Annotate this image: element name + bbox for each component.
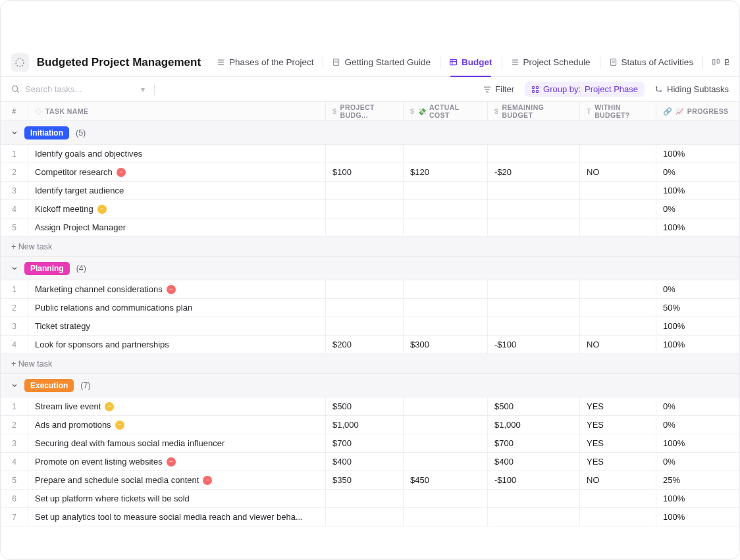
task-name-cell[interactable]: Identify target audience bbox=[28, 182, 326, 199]
within-budget-cell[interactable]: NO bbox=[580, 336, 656, 353]
project-budget-cell[interactable]: $1,000 bbox=[326, 416, 404, 434]
task-row[interactable]: 2Competitor research −$100$120-$20NO0% bbox=[1, 163, 739, 182]
task-name-cell[interactable]: Stream live event − bbox=[28, 397, 326, 415]
progress-cell[interactable]: 100% bbox=[656, 508, 739, 526]
col-within-budget[interactable]: T WITHIN BUDGET? bbox=[580, 102, 656, 120]
actual-cost-cell[interactable] bbox=[404, 508, 488, 526]
within-budget-cell[interactable]: YES bbox=[580, 453, 656, 471]
project-budget-cell[interactable] bbox=[326, 145, 404, 163]
progress-cell[interactable]: 50% bbox=[656, 299, 739, 317]
project-budget-cell[interactable]: $400 bbox=[326, 453, 404, 471]
task-row[interactable]: 1Marketing channel considerations −0% bbox=[1, 280, 739, 299]
task-row[interactable]: 4Promote on event listing websites −$400… bbox=[1, 453, 739, 471]
project-budget-cell[interactable] bbox=[326, 182, 404, 199]
task-name-cell[interactable]: Identify goals and objectives bbox=[28, 145, 326, 163]
progress-cell[interactable]: 0% bbox=[656, 280, 739, 298]
remaining-budget-cell[interactable]: -$20 bbox=[488, 163, 580, 181]
within-budget-cell[interactable] bbox=[580, 182, 656, 199]
progress-cell[interactable]: 100% bbox=[656, 490, 739, 507]
progress-cell[interactable]: 25% bbox=[656, 471, 739, 489]
remaining-budget-cell[interactable] bbox=[488, 218, 580, 236]
chevron-down-icon[interactable] bbox=[11, 130, 18, 136]
group-header-planning[interactable]: Planning(4) bbox=[1, 257, 739, 280]
tab-phases[interactable]: Phases of the Project bbox=[211, 48, 319, 77]
progress-cell[interactable]: 100% bbox=[656, 336, 739, 353]
remaining-budget-cell[interactable]: $500 bbox=[488, 397, 580, 415]
within-budget-cell[interactable]: NO bbox=[580, 163, 656, 181]
task-list-scroll[interactable]: Initiation(5)1Identify goals and objecti… bbox=[1, 121, 739, 559]
actual-cost-cell[interactable] bbox=[404, 434, 488, 452]
actual-cost-cell[interactable] bbox=[404, 416, 488, 434]
task-row[interactable]: 7Set up analytics tool to measure social… bbox=[1, 508, 739, 526]
group-header-execution[interactable]: Execution(7) bbox=[1, 374, 739, 397]
project-budget-cell[interactable]: $200 bbox=[326, 336, 404, 353]
new-task-button[interactable]: + New task bbox=[1, 237, 739, 257]
within-budget-cell[interactable]: NO bbox=[580, 471, 656, 489]
task-row[interactable]: 3Securing deal with famous social media … bbox=[1, 434, 739, 453]
task-name-cell[interactable]: Ticket strategy bbox=[28, 317, 326, 335]
project-budget-cell[interactable] bbox=[326, 317, 404, 335]
progress-cell[interactable]: 100% bbox=[656, 145, 739, 163]
remaining-budget-cell[interactable] bbox=[488, 317, 580, 335]
project-budget-cell[interactable]: $350 bbox=[326, 471, 404, 489]
group-header-initiation[interactable]: Initiation(5) bbox=[1, 121, 739, 145]
progress-cell[interactable]: 0% bbox=[656, 416, 739, 434]
remaining-budget-cell[interactable]: $400 bbox=[488, 453, 580, 471]
col-progress[interactable]: 🔗 📈 PROGRESS bbox=[656, 102, 739, 120]
actual-cost-cell[interactable] bbox=[404, 182, 488, 199]
actual-cost-cell[interactable] bbox=[404, 280, 488, 298]
new-task-button[interactable]: + New task bbox=[1, 354, 739, 374]
project-budget-cell[interactable]: $500 bbox=[326, 397, 404, 415]
project-budget-cell[interactable] bbox=[326, 490, 404, 507]
project-budget-cell[interactable] bbox=[326, 280, 404, 298]
col-task-name[interactable]: TASK NAME bbox=[28, 102, 326, 120]
remaining-budget-cell[interactable] bbox=[488, 182, 580, 199]
task-row[interactable]: 3Ticket strategy 100% bbox=[1, 317, 739, 336]
actual-cost-cell[interactable] bbox=[404, 145, 488, 163]
remaining-budget-cell[interactable] bbox=[488, 145, 580, 163]
task-name-cell[interactable]: Look for sponsors and partnerships bbox=[28, 336, 326, 353]
within-budget-cell[interactable] bbox=[580, 218, 656, 236]
task-row[interactable]: 4Kickoff meeting −0% bbox=[1, 200, 739, 218]
tab-schedule[interactable]: Project Schedule bbox=[506, 48, 596, 77]
project-budget-cell[interactable] bbox=[326, 508, 404, 526]
within-budget-cell[interactable] bbox=[580, 200, 656, 218]
remaining-budget-cell[interactable] bbox=[488, 490, 580, 507]
tab-guide[interactable]: Getting Started Guide bbox=[327, 48, 436, 77]
actual-cost-cell[interactable] bbox=[404, 490, 488, 507]
progress-cell[interactable]: 100% bbox=[656, 317, 739, 335]
col-remaining-budget[interactable]: $ REMAINING BUDGET bbox=[488, 102, 580, 120]
task-name-cell[interactable]: Marketing channel considerations − bbox=[28, 280, 326, 298]
remaining-budget-cell[interactable]: $700 bbox=[488, 434, 580, 452]
remaining-budget-cell[interactable] bbox=[488, 200, 580, 218]
task-name-cell[interactable]: Set up analytics tool to measure social … bbox=[28, 508, 326, 526]
task-row[interactable]: 2Public relations and communications pla… bbox=[1, 299, 739, 317]
task-name-cell[interactable]: Assign Project Manager bbox=[28, 218, 326, 236]
tab-budget[interactable]: Budget bbox=[444, 48, 498, 77]
remaining-budget-cell[interactable]: -$100 bbox=[488, 471, 580, 489]
project-budget-cell[interactable]: $700 bbox=[326, 434, 404, 452]
progress-cell[interactable]: 100% bbox=[656, 218, 739, 236]
task-name-cell[interactable]: Competitor research − bbox=[28, 163, 326, 181]
task-row[interactable]: 6Set up platform where tickets will be s… bbox=[1, 490, 739, 508]
task-name-cell[interactable]: Ads and promotions − bbox=[28, 416, 326, 434]
actual-cost-cell[interactable] bbox=[404, 317, 488, 335]
task-row[interactable]: 1Stream live event −$500$500YES0% bbox=[1, 397, 739, 416]
task-name-cell[interactable]: Set up platform where tickets will be so… bbox=[28, 490, 326, 507]
task-row[interactable]: 3Identify target audience 100% bbox=[1, 182, 739, 200]
actual-cost-cell[interactable] bbox=[404, 299, 488, 317]
task-name-cell[interactable]: Kickoff meeting − bbox=[28, 200, 326, 218]
actual-cost-cell[interactable] bbox=[404, 200, 488, 218]
task-row[interactable]: 4Look for sponsors and partnerships $200… bbox=[1, 336, 739, 354]
progress-cell[interactable]: 0% bbox=[656, 397, 739, 415]
progress-cell[interactable]: 100% bbox=[656, 434, 739, 452]
within-budget-cell[interactable]: YES bbox=[580, 397, 656, 415]
remaining-budget-cell[interactable]: -$100 bbox=[488, 336, 580, 353]
project-budget-cell[interactable] bbox=[326, 299, 404, 317]
groupby-button[interactable]: Group by: Project Phase bbox=[525, 82, 645, 97]
remaining-budget-cell[interactable] bbox=[488, 508, 580, 526]
actual-cost-cell[interactable] bbox=[404, 453, 488, 471]
progress-cell[interactable]: 0% bbox=[656, 453, 739, 471]
progress-cell[interactable]: 0% bbox=[656, 163, 739, 181]
hiding-subtasks-button[interactable]: Hiding Subtasks bbox=[655, 84, 729, 94]
